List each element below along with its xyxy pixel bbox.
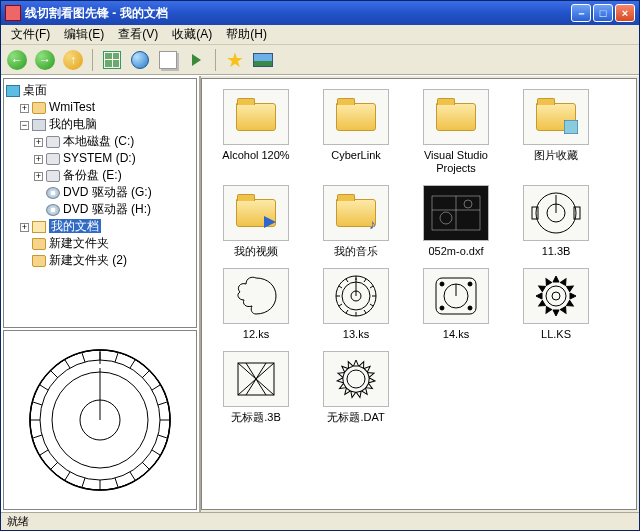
svg-line-52 [370, 304, 373, 306]
dvd-icon [46, 204, 60, 216]
view-grid-button[interactable] [100, 48, 124, 72]
list-item[interactable]: Alcohol 120% [208, 89, 304, 175]
svg-rect-31 [564, 120, 578, 134]
minimize-button[interactable]: － [571, 4, 591, 22]
list-item[interactable]: Visual Studio Projects [408, 89, 504, 175]
tree-node-drive-e[interactable]: +备份盘 (E:) [34, 167, 194, 184]
list-item[interactable]: 图片收藏 [508, 89, 604, 175]
expand-icon[interactable]: + [34, 138, 43, 147]
item-label: Visual Studio Projects [409, 149, 503, 175]
file-list[interactable]: Alcohol 120% CyberLink Visual Studio Pro… [201, 78, 637, 510]
nav-forward-button[interactable]: → [33, 48, 57, 72]
menu-view[interactable]: 查看(V) [112, 25, 164, 44]
list-item[interactable]: 无标题.3B [208, 351, 304, 424]
image-button[interactable] [251, 48, 275, 72]
svg-line-26 [33, 402, 42, 405]
svg-line-29 [65, 360, 70, 368]
tree-node-dvd-g[interactable]: DVD 驱动器 (G:) [34, 184, 194, 201]
folder-icon [32, 102, 46, 114]
tree-node-desktop[interactable]: 桌面 +WmiTest −我的电脑 +本地磁盘 (C:) +SYSTEM (D:… [6, 82, 194, 269]
expand-icon[interactable]: + [20, 223, 29, 232]
view-pages-button[interactable] [156, 48, 180, 72]
svg-line-22 [51, 462, 58, 469]
item-label: 无标题.3B [231, 411, 281, 424]
expand-icon[interactable]: + [20, 104, 29, 113]
close-button[interactable]: × [615, 4, 635, 22]
svg-line-58 [339, 286, 342, 288]
tree-label: 新建文件夹 [49, 236, 109, 250]
svg-rect-43 [574, 207, 580, 219]
part-thumb-icon [223, 351, 289, 407]
toolbar-separator [92, 49, 93, 71]
tree-node-drive-c[interactable]: +本地磁盘 (C:) [34, 133, 194, 150]
play-button[interactable] [184, 48, 208, 72]
dxf-thumb-icon [423, 185, 489, 241]
collapse-icon[interactable]: − [20, 121, 29, 130]
expand-icon[interactable]: + [34, 172, 43, 181]
app-icon [5, 5, 21, 21]
svg-line-17 [130, 472, 135, 480]
view-clock-button[interactable] [128, 48, 152, 72]
list-item[interactable]: CyberLink [308, 89, 404, 175]
part-thumb-icon [223, 268, 289, 324]
tree-node-my-computer[interactable]: −我的电脑 +本地磁盘 (C:) +SYSTEM (D:) +备份盘 (E:) … [20, 116, 194, 218]
list-item[interactable]: 052m-o.dxf [408, 185, 504, 258]
app-window: 线切割看图先锋 - 我的文档 － □ × 文件(F) 编辑(E) 查看(V) 收… [0, 0, 640, 531]
menu-file[interactable]: 文件(F) [5, 25, 56, 44]
svg-line-55 [346, 310, 348, 313]
tree-node-my-documents[interactable]: +我的文档 [20, 218, 194, 235]
tree-node-new-folder[interactable]: 新建文件夹 [20, 235, 194, 252]
maximize-button[interactable]: □ [593, 4, 613, 22]
svg-line-20 [82, 478, 85, 487]
tree-node-wmitest[interactable]: +WmiTest [20, 99, 194, 116]
music-badge-icon: ♪ [369, 216, 376, 232]
svg-point-68 [552, 292, 560, 300]
tree-node-dvd-h[interactable]: DVD 驱动器 (H:) [34, 201, 194, 218]
item-label: 无标题.DAT [327, 411, 384, 424]
menu-favorites[interactable]: 收藏(A) [166, 25, 218, 44]
list-item[interactable]: 14.ks [408, 268, 504, 341]
expand-icon[interactable]: + [34, 155, 43, 164]
tree-label: SYSTEM (D:) [63, 151, 136, 165]
desktop-icon [6, 85, 20, 97]
svg-line-8 [115, 353, 118, 362]
preview-drawing-icon [20, 340, 180, 500]
tree-label-selected: 我的文档 [49, 219, 101, 233]
part-thumb-icon [423, 268, 489, 324]
list-item[interactable]: 13.ks [308, 268, 404, 341]
window-controls: － □ × [571, 4, 635, 22]
tree-label: 本地磁盘 (C:) [63, 134, 134, 148]
list-item[interactable]: LL.KS [508, 268, 604, 341]
svg-point-63 [440, 282, 444, 286]
svg-point-66 [468, 306, 472, 310]
svg-line-28 [51, 371, 58, 378]
svg-point-67 [546, 286, 566, 306]
pictures-badge-icon [564, 120, 578, 134]
svg-line-21 [65, 472, 70, 480]
menu-help[interactable]: 帮助(H) [220, 25, 273, 44]
svg-point-65 [440, 306, 444, 310]
list-item[interactable]: 11.3B [508, 185, 604, 258]
favorite-button[interactable]: ★ [223, 48, 247, 72]
folder-icon [423, 89, 489, 145]
item-label: Alcohol 120% [222, 149, 289, 162]
icon-grid: Alcohol 120% CyberLink Visual Studio Pro… [208, 89, 630, 424]
client-area: 桌面 +WmiTest −我的电脑 +本地磁盘 (C:) +SYSTEM (D:… [1, 75, 639, 512]
nav-up-button[interactable]: ↑ [61, 48, 85, 72]
folder-tree[interactable]: 桌面 +WmiTest −我的电脑 +本地磁盘 (C:) +SYSTEM (D:… [3, 78, 197, 328]
list-item[interactable]: 我的视频 [208, 185, 304, 258]
title-bar: 线切割看图先锋 - 我的文档 － □ × [1, 1, 639, 25]
tree-node-new-folder-2[interactable]: 新建文件夹 (2) [20, 252, 194, 269]
menu-edit[interactable]: 编辑(E) [58, 25, 110, 44]
list-item[interactable]: ♪ 我的音乐 [308, 185, 404, 258]
drive-icon [46, 136, 60, 148]
list-item[interactable]: 12.ks [208, 268, 304, 341]
preview-pane [3, 330, 197, 510]
nav-back-button[interactable]: ← [5, 48, 29, 72]
svg-point-74 [347, 370, 365, 388]
tree-node-drive-d[interactable]: +SYSTEM (D:) [34, 150, 194, 167]
drive-icon [46, 170, 60, 182]
dvd-icon [46, 187, 60, 199]
list-item[interactable]: 无标题.DAT [308, 351, 404, 424]
part-thumb-icon [323, 268, 389, 324]
